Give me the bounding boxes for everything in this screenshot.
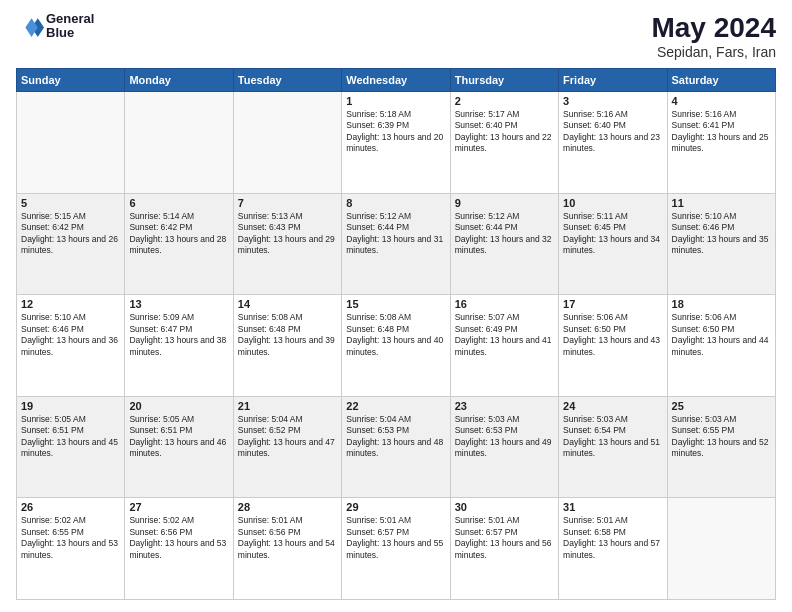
- day-number: 20: [129, 400, 228, 412]
- calendar-cell: 23Sunrise: 5:03 AMSunset: 6:53 PMDayligh…: [450, 396, 558, 498]
- day-number: 13: [129, 298, 228, 310]
- cell-info: Sunrise: 5:04 AMSunset: 6:52 PMDaylight:…: [238, 414, 337, 460]
- calendar-cell: 31Sunrise: 5:01 AMSunset: 6:58 PMDayligh…: [559, 498, 667, 600]
- logo-icon: [16, 12, 44, 40]
- header: General Blue May 2024 Sepidan, Fars, Ira…: [16, 12, 776, 60]
- day-number: 15: [346, 298, 445, 310]
- day-number: 29: [346, 501, 445, 513]
- calendar-cell: 16Sunrise: 5:07 AMSunset: 6:49 PMDayligh…: [450, 295, 558, 397]
- calendar-cell: 28Sunrise: 5:01 AMSunset: 6:56 PMDayligh…: [233, 498, 341, 600]
- cell-info: Sunrise: 5:06 AMSunset: 6:50 PMDaylight:…: [563, 312, 662, 358]
- day-number: 9: [455, 197, 554, 209]
- calendar-cell: 11Sunrise: 5:10 AMSunset: 6:46 PMDayligh…: [667, 193, 775, 295]
- calendar-cell: 13Sunrise: 5:09 AMSunset: 6:47 PMDayligh…: [125, 295, 233, 397]
- weekday-header-thursday: Thursday: [450, 69, 558, 92]
- day-number: 25: [672, 400, 771, 412]
- cell-info: Sunrise: 5:01 AMSunset: 6:57 PMDaylight:…: [346, 515, 445, 561]
- cell-info: Sunrise: 5:06 AMSunset: 6:50 PMDaylight:…: [672, 312, 771, 358]
- day-number: 12: [21, 298, 120, 310]
- cell-info: Sunrise: 5:17 AMSunset: 6:40 PMDaylight:…: [455, 109, 554, 155]
- calendar-cell: 1Sunrise: 5:18 AMSunset: 6:39 PMDaylight…: [342, 92, 450, 194]
- calendar-cell: 8Sunrise: 5:12 AMSunset: 6:44 PMDaylight…: [342, 193, 450, 295]
- calendar-cell: 3Sunrise: 5:16 AMSunset: 6:40 PMDaylight…: [559, 92, 667, 194]
- svg-marker-1: [25, 19, 37, 38]
- location-title: Sepidan, Fars, Iran: [651, 44, 776, 60]
- calendar-cell: 26Sunrise: 5:02 AMSunset: 6:55 PMDayligh…: [17, 498, 125, 600]
- cell-info: Sunrise: 5:03 AMSunset: 6:55 PMDaylight:…: [672, 414, 771, 460]
- logo-text: General Blue: [46, 12, 94, 41]
- cell-info: Sunrise: 5:02 AMSunset: 6:56 PMDaylight:…: [129, 515, 228, 561]
- cell-info: Sunrise: 5:13 AMSunset: 6:43 PMDaylight:…: [238, 211, 337, 257]
- day-number: 19: [21, 400, 120, 412]
- calendar-cell: 12Sunrise: 5:10 AMSunset: 6:46 PMDayligh…: [17, 295, 125, 397]
- calendar-cell: 24Sunrise: 5:03 AMSunset: 6:54 PMDayligh…: [559, 396, 667, 498]
- calendar-cell: 30Sunrise: 5:01 AMSunset: 6:57 PMDayligh…: [450, 498, 558, 600]
- title-block: May 2024 Sepidan, Fars, Iran: [651, 12, 776, 60]
- calendar-row-3: 19Sunrise: 5:05 AMSunset: 6:51 PMDayligh…: [17, 396, 776, 498]
- cell-info: Sunrise: 5:15 AMSunset: 6:42 PMDaylight:…: [21, 211, 120, 257]
- day-number: 18: [672, 298, 771, 310]
- day-number: 14: [238, 298, 337, 310]
- calendar-cell: 9Sunrise: 5:12 AMSunset: 6:44 PMDaylight…: [450, 193, 558, 295]
- calendar-cell: 21Sunrise: 5:04 AMSunset: 6:52 PMDayligh…: [233, 396, 341, 498]
- cell-info: Sunrise: 5:16 AMSunset: 6:41 PMDaylight:…: [672, 109, 771, 155]
- cell-info: Sunrise: 5:05 AMSunset: 6:51 PMDaylight:…: [129, 414, 228, 460]
- calendar-cell: 20Sunrise: 5:05 AMSunset: 6:51 PMDayligh…: [125, 396, 233, 498]
- calendar-cell: 6Sunrise: 5:14 AMSunset: 6:42 PMDaylight…: [125, 193, 233, 295]
- weekday-header-sunday: Sunday: [17, 69, 125, 92]
- logo-line2: Blue: [46, 26, 94, 40]
- calendar-table: SundayMondayTuesdayWednesdayThursdayFrid…: [16, 68, 776, 600]
- calendar-cell: 4Sunrise: 5:16 AMSunset: 6:41 PMDaylight…: [667, 92, 775, 194]
- cell-info: Sunrise: 5:07 AMSunset: 6:49 PMDaylight:…: [455, 312, 554, 358]
- day-number: 28: [238, 501, 337, 513]
- cell-info: Sunrise: 5:01 AMSunset: 6:57 PMDaylight:…: [455, 515, 554, 561]
- calendar-cell: 5Sunrise: 5:15 AMSunset: 6:42 PMDaylight…: [17, 193, 125, 295]
- calendar-cell: 18Sunrise: 5:06 AMSunset: 6:50 PMDayligh…: [667, 295, 775, 397]
- day-number: 1: [346, 95, 445, 107]
- day-number: 26: [21, 501, 120, 513]
- day-number: 4: [672, 95, 771, 107]
- page: General Blue May 2024 Sepidan, Fars, Ira…: [0, 0, 792, 612]
- calendar-cell: [17, 92, 125, 194]
- cell-info: Sunrise: 5:10 AMSunset: 6:46 PMDaylight:…: [21, 312, 120, 358]
- calendar-cell: 15Sunrise: 5:08 AMSunset: 6:48 PMDayligh…: [342, 295, 450, 397]
- day-number: 22: [346, 400, 445, 412]
- cell-info: Sunrise: 5:12 AMSunset: 6:44 PMDaylight:…: [455, 211, 554, 257]
- calendar-row-2: 12Sunrise: 5:10 AMSunset: 6:46 PMDayligh…: [17, 295, 776, 397]
- day-number: 27: [129, 501, 228, 513]
- day-number: 2: [455, 95, 554, 107]
- calendar-cell: 2Sunrise: 5:17 AMSunset: 6:40 PMDaylight…: [450, 92, 558, 194]
- calendar-row-1: 5Sunrise: 5:15 AMSunset: 6:42 PMDaylight…: [17, 193, 776, 295]
- day-number: 10: [563, 197, 662, 209]
- cell-info: Sunrise: 5:01 AMSunset: 6:56 PMDaylight:…: [238, 515, 337, 561]
- day-number: 24: [563, 400, 662, 412]
- weekday-header-saturday: Saturday: [667, 69, 775, 92]
- calendar-cell: [233, 92, 341, 194]
- day-number: 6: [129, 197, 228, 209]
- cell-info: Sunrise: 5:16 AMSunset: 6:40 PMDaylight:…: [563, 109, 662, 155]
- logo-line1: General: [46, 12, 94, 26]
- calendar-cell: 17Sunrise: 5:06 AMSunset: 6:50 PMDayligh…: [559, 295, 667, 397]
- calendar-row-4: 26Sunrise: 5:02 AMSunset: 6:55 PMDayligh…: [17, 498, 776, 600]
- cell-info: Sunrise: 5:09 AMSunset: 6:47 PMDaylight:…: [129, 312, 228, 358]
- calendar-row-0: 1Sunrise: 5:18 AMSunset: 6:39 PMDaylight…: [17, 92, 776, 194]
- cell-info: Sunrise: 5:08 AMSunset: 6:48 PMDaylight:…: [238, 312, 337, 358]
- day-number: 8: [346, 197, 445, 209]
- cell-info: Sunrise: 5:11 AMSunset: 6:45 PMDaylight:…: [563, 211, 662, 257]
- cell-info: Sunrise: 5:02 AMSunset: 6:55 PMDaylight:…: [21, 515, 120, 561]
- calendar-cell: [667, 498, 775, 600]
- calendar-cell: 10Sunrise: 5:11 AMSunset: 6:45 PMDayligh…: [559, 193, 667, 295]
- cell-info: Sunrise: 5:18 AMSunset: 6:39 PMDaylight:…: [346, 109, 445, 155]
- weekday-header-monday: Monday: [125, 69, 233, 92]
- cell-info: Sunrise: 5:01 AMSunset: 6:58 PMDaylight:…: [563, 515, 662, 561]
- calendar-cell: 7Sunrise: 5:13 AMSunset: 6:43 PMDaylight…: [233, 193, 341, 295]
- day-number: 3: [563, 95, 662, 107]
- day-number: 7: [238, 197, 337, 209]
- day-number: 21: [238, 400, 337, 412]
- calendar-cell: 25Sunrise: 5:03 AMSunset: 6:55 PMDayligh…: [667, 396, 775, 498]
- day-number: 30: [455, 501, 554, 513]
- logo: General Blue: [16, 12, 94, 41]
- day-number: 23: [455, 400, 554, 412]
- calendar-cell: 29Sunrise: 5:01 AMSunset: 6:57 PMDayligh…: [342, 498, 450, 600]
- day-number: 31: [563, 501, 662, 513]
